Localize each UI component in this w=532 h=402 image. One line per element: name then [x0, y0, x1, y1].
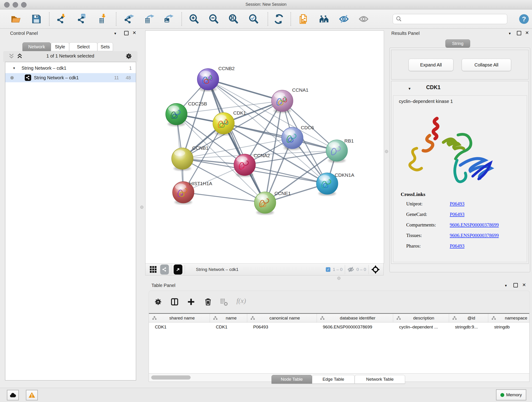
- zoom-selected-icon[interactable]: [248, 13, 259, 25]
- cloud-button[interactable]: [7, 390, 19, 400]
- network-node[interactable]: CCNB2: [197, 66, 234, 91]
- help-icon[interactable]: ?: [518, 13, 530, 25]
- network-collection-row[interactable]: ▼ String Network – cdk1 1: [5, 64, 136, 73]
- memory-button[interactable]: Memory: [496, 389, 526, 400]
- tab-string[interactable]: String: [445, 39, 470, 48]
- search-field[interactable]: [393, 14, 507, 24]
- birdseye-navigator-icon[interactable]: [371, 265, 380, 274]
- network-node[interactable]: CCNA1: [272, 87, 308, 113]
- tab-node-table[interactable]: Node Table: [272, 375, 312, 384]
- network-node[interactable]: CDC6: [282, 125, 314, 150]
- close-panel-icon[interactable]: ✕: [133, 31, 136, 35]
- collapse-entry-icon[interactable]: ▼: [408, 87, 411, 90]
- collapse-all-button[interactable]: Collapse All: [462, 59, 511, 71]
- clone-network-icon[interactable]: [298, 13, 309, 25]
- node-label: CCNB2: [218, 66, 234, 71]
- column-header[interactable]: database identifier: [317, 314, 393, 322]
- table-cell[interactable]: CDK1: [149, 325, 210, 330]
- table-cell[interactable]: 9606.ENSP00000378699: [317, 325, 393, 330]
- table-cell[interactable]: CDK1: [210, 325, 247, 330]
- selected-nodes-checkbox[interactable]: ✓: [326, 267, 330, 272]
- column-header[interactable]: description: [393, 314, 449, 322]
- tab-edge-table[interactable]: Edge Table: [312, 375, 355, 384]
- column-header[interactable]: @id: [449, 314, 488, 322]
- tab-style[interactable]: Style: [51, 42, 69, 51]
- float-panel-icon[interactable]: [124, 31, 128, 35]
- hscrollbar-thumb[interactable]: [151, 375, 191, 380]
- table-toolbar: f(x): [149, 291, 530, 313]
- show-view-icon[interactable]: [358, 13, 369, 25]
- network-row[interactable]: String Network – cdk1 11 48: [5, 73, 136, 82]
- column-header[interactable]: shared name: [149, 314, 210, 322]
- tab-network[interactable]: Network: [22, 42, 51, 51]
- search-icon: [396, 16, 402, 22]
- edge-count: 48: [126, 75, 131, 80]
- import-table-icon[interactable]: [97, 13, 109, 25]
- refresh-view-icon[interactable]: [273, 13, 285, 25]
- network-node[interactable]: CCNE1: [254, 191, 291, 215]
- zoom-fit-icon[interactable]: [228, 13, 239, 25]
- grid-view-icon[interactable]: [149, 265, 157, 274]
- hide-selected-icon[interactable]: [338, 13, 350, 25]
- import-network-file-icon[interactable]: [56, 13, 67, 25]
- crosslink-value-link[interactable]: P06493: [450, 211, 464, 217]
- export-network-icon[interactable]: [123, 13, 135, 25]
- table-cell[interactable]: stringdb: [488, 325, 530, 330]
- network-node[interactable]: CDK1: [213, 110, 246, 135]
- network-node[interactable]: CDKN1A: [317, 172, 354, 196]
- collapse-arrow-icon[interactable]: ▼: [13, 66, 16, 70]
- network-node[interactable]: CDC25B: [166, 101, 207, 126]
- tab-network-table[interactable]: Network Table: [355, 375, 405, 384]
- table-row[interactable]: CDK1CDK1P064939606.ENSP00000378699cyclin…: [149, 322, 529, 332]
- hidden-eye-icon[interactable]: [347, 266, 354, 273]
- add-column-icon[interactable]: [186, 297, 196, 306]
- crosslink-value-link[interactable]: P06493: [450, 243, 464, 249]
- show-columns-icon[interactable]: [170, 297, 179, 306]
- table-cell[interactable]: P06493: [247, 325, 317, 330]
- tab-select[interactable]: Select: [69, 42, 97, 51]
- network-edge[interactable]: [208, 79, 282, 101]
- network-node[interactable]: HIST1H1A: [172, 181, 212, 204]
- column-header[interactable]: namespace: [488, 314, 530, 322]
- panel-menu-icon[interactable]: ▼: [508, 31, 511, 36]
- float-panel-icon[interactable]: [513, 283, 518, 287]
- search-input[interactable]: [402, 17, 499, 22]
- close-panel-icon[interactable]: ✕: [522, 283, 526, 287]
- tab-sets[interactable]: Sets: [97, 42, 113, 51]
- delete-column-icon[interactable]: [203, 297, 213, 306]
- column-header[interactable]: canonical name: [247, 314, 317, 322]
- float-panel-icon[interactable]: [517, 31, 521, 35]
- table-cell[interactable]: stringdb:9...: [449, 325, 488, 330]
- bottom-splitter-handle[interactable]: [337, 277, 341, 280]
- network-edge[interactable]: [183, 192, 265, 203]
- warning-button[interactable]: [26, 390, 38, 400]
- network-edge[interactable]: [208, 79, 265, 203]
- crosslink-value-link[interactable]: 9606.ENSP00000378699: [450, 222, 499, 228]
- open-session-icon[interactable]: [10, 13, 22, 25]
- column-header[interactable]: name: [210, 314, 247, 322]
- expand-all-button[interactable]: Expand All: [409, 59, 453, 71]
- network-edge[interactable]: [224, 123, 337, 151]
- panel-menu-icon[interactable]: ▼: [504, 283, 507, 288]
- detach-view-icon[interactable]: [174, 264, 182, 274]
- left-splitter-handle[interactable]: [140, 206, 143, 209]
- table-cell[interactable]: cyclin–dependent ...: [393, 325, 449, 330]
- export-image-icon[interactable]: [163, 13, 174, 25]
- network-node[interactable]: RB1: [326, 138, 354, 163]
- network-canvas[interactable]: CCNB2CCNA1CDC25BCDK1CDC6RB1CCNB1CCNA2CDK…: [145, 31, 384, 264]
- save-session-icon[interactable]: [31, 13, 42, 25]
- share-view-icon[interactable]: [160, 264, 169, 274]
- export-table-icon[interactable]: [143, 13, 155, 25]
- panel-menu-icon[interactable]: ▼: [114, 31, 117, 36]
- network-home-icon[interactable]: [318, 13, 330, 25]
- right-splitter-handle[interactable]: [385, 150, 388, 153]
- close-panel-icon[interactable]: ✕: [525, 31, 529, 35]
- network-list-options-icon[interactable]: [125, 52, 133, 60]
- collection-count: 1: [129, 65, 132, 71]
- crosslink-value-link[interactable]: P06493: [450, 201, 464, 207]
- crosslink-value-link[interactable]: 9606.ENSP00000378699: [450, 233, 499, 238]
- import-network-database-icon[interactable]: [76, 13, 88, 25]
- zoom-in-icon[interactable]: [188, 13, 200, 25]
- table-options-icon[interactable]: [153, 297, 163, 306]
- zoom-out-icon[interactable]: [208, 13, 220, 25]
